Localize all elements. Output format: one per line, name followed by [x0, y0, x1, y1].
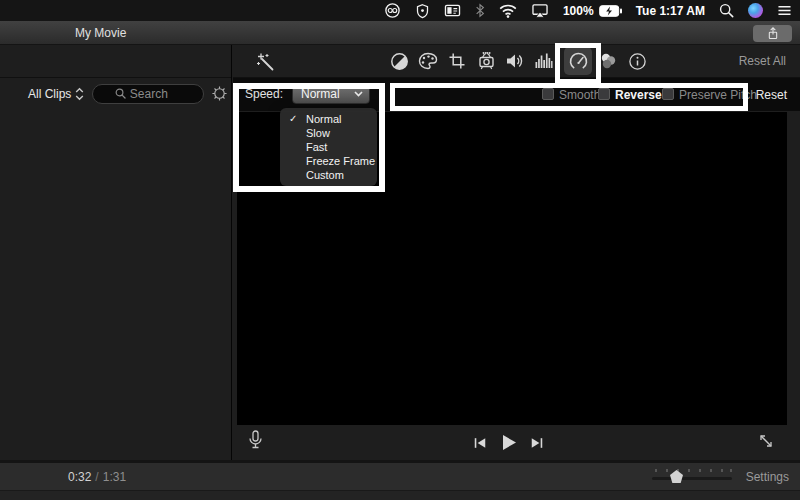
battery-icon [599, 5, 622, 17]
smooth-checkbox[interactable] [542, 88, 554, 100]
slider-tick [688, 469, 690, 472]
app-window-icon[interactable] [444, 3, 461, 18]
wifi-icon[interactable] [499, 4, 517, 18]
checkmark-icon: ✓ [289, 112, 297, 126]
macos-menubar: 100% Tue 1:17 AM [0, 0, 800, 21]
slider-tick [721, 469, 723, 472]
creative-cloud-icon[interactable] [384, 2, 401, 19]
total-time: 1:31 [103, 470, 126, 484]
browser-settings-gear-icon[interactable] [211, 85, 228, 102]
clip-filter-circles-icon[interactable] [596, 49, 620, 73]
info-icon[interactable] [625, 49, 649, 73]
battery-status[interactable]: 100% [563, 4, 622, 18]
volume-speaker-icon[interactable] [502, 49, 526, 73]
slider-track [652, 477, 732, 480]
chevron-up-down-icon[interactable] [75, 87, 84, 101]
clip-filter-select[interactable]: All Clips [28, 87, 71, 101]
slider-tick [666, 469, 668, 472]
voiceover-mic-icon[interactable] [248, 430, 263, 451]
noise-eq-bars-icon[interactable] [531, 49, 555, 73]
speed-popup-button[interactable]: Normal [292, 84, 370, 104]
browser-filter-row: All Clips [0, 78, 231, 109]
share-icon [767, 27, 779, 40]
preserve-pitch-label: Preserve Pitch [679, 88, 757, 102]
browser-toolbar-spacer [0, 45, 231, 78]
search-icon [115, 88, 126, 99]
menu-item-fast[interactable]: Fast [280, 140, 377, 154]
search-input[interactable] [130, 87, 182, 101]
timeline-settings-button[interactable]: Settings [746, 470, 789, 484]
play-button[interactable] [499, 433, 518, 452]
speed-speedometer-icon[interactable] [564, 47, 592, 75]
menu-item-custom[interactable]: Custom [280, 168, 377, 182]
fullscreen-icon[interactable] [758, 433, 774, 449]
speed-control-bar: Speed: Normal Smooth Reverse Preserve Pi… [233, 78, 800, 111]
slider-thumb[interactable] [670, 470, 683, 483]
slider-tick [699, 469, 701, 472]
bluetooth-icon[interactable] [475, 3, 485, 18]
shield-icon[interactable] [415, 3, 430, 19]
search-field[interactable] [92, 84, 204, 104]
reverse-label: Reverse [615, 88, 662, 102]
battery-percent-label: 100% [563, 4, 594, 18]
color-correction-palette-icon[interactable] [416, 49, 440, 73]
spotlight-search-icon[interactable] [719, 3, 734, 18]
timeline-edge-strip [0, 490, 800, 500]
reverse-checkbox[interactable] [598, 88, 610, 100]
color-balance-icon[interactable] [387, 49, 411, 73]
siri-icon[interactable] [748, 3, 763, 18]
airplay-display-icon[interactable] [531, 3, 549, 18]
project-title: My Movie [75, 26, 126, 40]
timecode: 0:32 / 1:31 [68, 470, 126, 484]
skip-to-start-button[interactable] [473, 436, 487, 450]
speed-dropdown-menu: ✓ Normal Slow Fast Freeze Frame Custom [280, 108, 377, 186]
share-button[interactable] [753, 25, 792, 42]
slider-tick [655, 469, 657, 472]
preserve-pitch-checkbox[interactable] [662, 88, 674, 100]
stabilization-camera-icon[interactable] [474, 49, 498, 73]
menu-item-slow[interactable]: Slow [280, 126, 377, 140]
bottom-bar-main: 0:32 / 1:31 Settings [0, 463, 800, 490]
current-time: 0:32 [68, 470, 91, 484]
crop-icon[interactable] [445, 49, 469, 73]
time-separator: / [95, 470, 98, 484]
bottom-bar: 0:32 / 1:31 Settings [0, 460, 800, 500]
speed-reset-button[interactable]: Reset [756, 88, 787, 102]
notification-center-icon[interactable] [777, 4, 792, 17]
skip-to-end-button[interactable] [530, 436, 544, 450]
media-browser-sidebar: All Clips [0, 45, 232, 460]
slider-tick [710, 469, 712, 472]
speed-label: Speed: [245, 87, 283, 101]
reset-all-button[interactable]: Reset All [739, 54, 786, 68]
adjust-toolbar: Reset All [233, 45, 800, 78]
menubar-clock[interactable]: Tue 1:17 AM [636, 4, 705, 18]
enhance-wand-icon[interactable] [253, 49, 277, 73]
timeline-zoom-slider[interactable] [652, 463, 732, 490]
smooth-label: Smooth [559, 88, 600, 102]
speed-popup-value: Normal [301, 87, 354, 101]
slider-tick [730, 469, 732, 472]
window-titlebar: My Movie [0, 21, 800, 45]
chevron-down-icon [354, 91, 363, 97]
transport-controls [473, 433, 544, 452]
menu-item-normal[interactable]: ✓ Normal [280, 112, 377, 126]
menu-item-freeze-frame[interactable]: Freeze Frame [280, 154, 377, 168]
